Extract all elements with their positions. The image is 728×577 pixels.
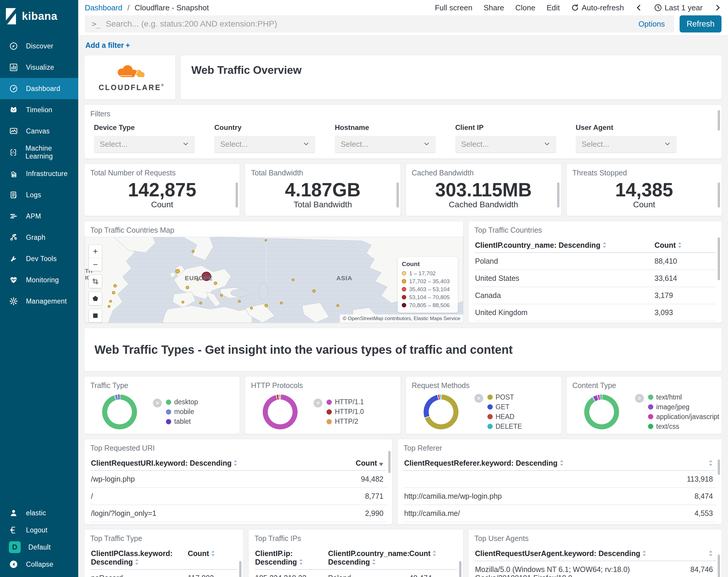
donut-chart[interactable] [102,395,137,429]
column-header[interactable]: ClientIP.ip: Descending [255,545,328,569]
table-cell[interactable]: Poland [328,570,409,577]
table-cell[interactable]: 2,805 [654,321,716,323]
world-map[interactable]: + − [84,237,463,323]
auto-refresh-menu-item[interactable]: Auto-refresh [571,3,624,12]
sidebar-item-monitoring[interactable]: Monitoring [0,269,78,291]
clone-menu-item[interactable]: Clone [516,3,536,12]
filter-select[interactable]: Select... [94,136,195,153]
sidebar-item-visualize[interactable]: Visualize [0,57,78,78]
filter-select[interactable]: Select... [335,136,436,153]
table-cell[interactable]: /xmlrpc.php [90,522,330,524]
scrollbar-thumb[interactable] [718,237,720,280]
share-menu-item[interactable]: Share [484,3,504,12]
filter-select[interactable]: Select... [455,136,556,153]
sidebar-item-dev-tools[interactable]: Dev Tools [0,248,78,269]
sidebar-item-infrastructure[interactable]: Infrastructure [0,163,78,184]
refresh-button[interactable]: Refresh [680,15,722,32]
add-filter-link[interactable]: Add a filter+ [85,41,130,49]
legend-item[interactable]: HEAD [487,413,522,421]
map-data-dot[interactable] [337,304,339,307]
donut-chart[interactable] [424,395,459,429]
legend-item[interactable]: text/html [648,393,720,401]
column-header[interactable]: ClientRequestReferer.keyword: Descending [404,455,654,470]
sidebar-item-dashboard[interactable]: Dashboard [0,78,78,99]
time-range-picker[interactable]: Last 1 year [654,3,703,12]
map-data-dot[interactable] [109,300,111,302]
table-cell[interactable]: noRecord [90,570,187,577]
map-data-dot[interactable] [292,279,294,281]
sidebar-item-machine-learning[interactable]: Machine Learning [0,142,78,163]
table-cell[interactable]: http://camilia.me/ [404,505,654,522]
scrollbar-thumb[interactable] [396,182,399,207]
table-cell[interactable]: United States [474,270,654,287]
table-cell[interactable]: 185.234.218.33 [255,570,328,577]
sidebar-item-canvas[interactable]: Canvas [0,121,78,142]
map-data-dot[interactable] [108,305,110,308]
table-cell[interactable]: 84,746 [666,561,716,577]
legend-item[interactable]: HTTP/1.1 [327,398,364,406]
table-cell[interactable]: Poland [474,253,654,270]
map-data-dot[interactable] [182,301,184,303]
table-cell[interactable]: 113,918 [654,471,716,487]
table-cell[interactable]: /wp-login.php [90,471,330,487]
column-header[interactable] [666,545,716,561]
sidebar-item-management[interactable]: Management [0,291,78,312]
sidebar-item-logs[interactable]: Logs [0,184,78,205]
map-data-dot[interactable] [265,240,267,241]
table-cell[interactable]: 117,802 [187,570,237,577]
table-cell[interactable]: 2,341 [654,522,716,524]
sidebar-footer-default[interactable]: DDefault [0,538,78,556]
table-cell[interactable]: 94,482 [330,471,386,487]
map-data-dot[interactable] [312,290,315,292]
time-forward-button[interactable] [714,3,722,12]
table-cell[interactable]: 88,410 [654,253,716,270]
column-header[interactable]: Count [654,237,716,252]
crop-tool-button[interactable] [89,275,102,288]
scrollbar-thumb[interactable] [718,555,720,577]
time-back-button[interactable] [635,3,643,12]
table-cell[interactable]: China [474,321,654,323]
table-cell[interactable]: 1,394 [330,522,386,524]
sidebar-item-apm[interactable]: APM [0,205,78,227]
sidebar-footer-logout[interactable]: Logout [0,522,78,538]
table-cell[interactable] [404,471,654,487]
legend-toggle-icon[interactable]: > [635,394,644,403]
map-data-dot[interactable] [192,250,194,253]
legend-item[interactable]: desktop [166,398,198,406]
map-data-dot[interactable] [220,294,223,297]
sidebar-footer-collapse[interactable]: Collapse [0,556,78,573]
table-cell[interactable]: 8,474 [654,488,716,505]
full-screen-menu-item[interactable]: Full screen [435,3,472,12]
map-data-dot[interactable] [186,286,189,289]
scrollbar-thumb[interactable] [718,459,720,475]
legend-item[interactable]: HTTP/1.0 [327,408,364,416]
table-cell[interactable]: http://camilia.me/wp-login.php [404,488,654,505]
map-data-dot[interactable] [250,307,253,309]
table-cell[interactable]: 48,474 [409,570,457,577]
map-data-dot[interactable] [265,304,268,307]
rectangle-tool-button[interactable] [89,309,102,322]
zoom-in-button[interactable]: + [89,245,102,258]
table-cell[interactable]: Canada [474,287,654,304]
scrollbar-thumb[interactable] [718,182,720,207]
table-cell[interactable]: 8,771 [330,488,386,505]
legend-item[interactable]: tablet [166,418,198,426]
table-cell[interactable]: 3,179 [654,287,716,304]
table-cell[interactable]: 2,990 [330,505,386,522]
kibana-logo[interactable]: kibana [0,0,78,34]
legend-toggle-icon[interactable]: > [313,399,322,407]
legend-item[interactable]: image/jpeg [648,403,720,411]
table-cell[interactable]: 33,614 [654,270,716,287]
column-header[interactable]: Count [330,455,386,470]
table-cell[interactable]: / [90,488,330,505]
map-data-dot[interactable] [176,269,180,273]
legend-item[interactable]: text/css [648,423,720,430]
map-data-dot[interactable] [280,302,283,304]
table-cell[interactable]: /login/?login_only=1 [90,505,330,522]
legend-toggle-icon[interactable]: > [474,394,483,403]
column-header[interactable] [654,455,716,470]
legend-item[interactable]: POST [487,393,522,401]
zoom-out-button[interactable]: − [89,258,102,271]
sidebar-item-timelion[interactable]: Timelion [0,99,78,121]
column-header[interactable]: ClientIPClass.keyword: Descending [90,545,187,569]
